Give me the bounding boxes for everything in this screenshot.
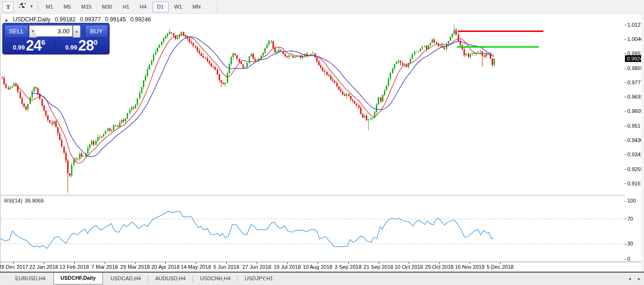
buy-price-display[interactable]: 0.99 28 0 <box>55 38 108 52</box>
timeframe-button-m15[interactable]: M15 <box>77 1 96 12</box>
tabs-scroll-right-icon[interactable]: ▸ <box>635 275 643 283</box>
timeframe-button-d1[interactable]: D1 <box>152 1 169 12</box>
time-axis-label: 29 Oct 2018 <box>425 264 453 270</box>
time-axis-label: 27 Jun 2018 <box>242 264 272 270</box>
rsi-tick <box>624 201 626 202</box>
sell-price-base: 0.99 <box>13 43 25 52</box>
chart-tab-usdjpy[interactable]: USDJPY,H1 <box>238 273 280 285</box>
ohlc-close: 0.99246 <box>131 16 151 23</box>
rsi-value: 39.9069 <box>25 198 44 204</box>
symbol-period-title: USDCHF,Daily <box>13 16 50 23</box>
price-tick <box>624 183 626 184</box>
rsi-indicator-canvas[interactable] <box>0 196 624 262</box>
price-tick <box>624 126 626 126</box>
price-tick <box>624 82 626 83</box>
collapse-panel-icon[interactable]: ▲ <box>4 18 9 22</box>
arrows-tool-icon[interactable] <box>16 1 29 11</box>
rsi-axis-label: 0 <box>627 256 630 262</box>
sell-price-point: 6 <box>41 39 45 46</box>
time-axis-label: 7 Mar 2018 <box>91 264 118 270</box>
rsi-tick <box>624 259 626 260</box>
ohlc-low: 0.99145 <box>105 16 126 23</box>
toolbar-separator <box>158 2 159 11</box>
time-axis-label: 3 Sep 2018 <box>334 264 361 270</box>
ohlc-open: 0.99182 <box>55 16 75 23</box>
time-axis-label: 16 Nov 2018 <box>455 264 484 270</box>
chart-window: ▲ USDCHF,Daily 0.99182 0.99377 0.99145 0… <box>0 13 644 273</box>
one-click-trade-panel: SELL ▼ ▲ BUY 0.99 24 6 0.99 28 0 <box>2 23 110 54</box>
volume-input[interactable] <box>36 25 72 37</box>
price-tick <box>624 68 626 69</box>
price-tick <box>624 169 626 170</box>
ohlc-high: 0.99377 <box>80 16 101 23</box>
buy-price-point: 0 <box>94 39 98 46</box>
top-toolbar: T ▼ M1M5M15M30H1H4D1W1MN <box>0 0 644 14</box>
time-axis[interactable]: 28 Dec 201722 Jan 201813 Feb 20187 Mar 2… <box>0 262 641 272</box>
rsi-name: RSI(14) <box>4 198 22 204</box>
price-tick <box>624 25 626 25</box>
time-axis-label: 19 Jul 2018 <box>273 264 301 270</box>
price-tick <box>624 39 626 40</box>
buy-price-base: 0.99 <box>65 43 77 52</box>
time-axis-label: 13 Feb 2018 <box>60 264 89 270</box>
sell-price-pips: 24 <box>26 39 41 52</box>
timeframe-button-h1[interactable]: H1 <box>118 1 134 12</box>
time-axis-label: 21 Sep 2018 <box>363 264 393 270</box>
chart-tab-bar: ◂ ▸ EURUSD,H4USDCHF,DailyUSDCAD,H4AUDUSD… <box>0 273 644 285</box>
window-right-gutter <box>641 14 644 272</box>
timeframe-button-m1[interactable]: M1 <box>41 1 58 12</box>
chart-title-bar: ▲ USDCHF,Daily 0.99182 0.99377 0.99145 0… <box>4 16 154 23</box>
terminal-window: T ▼ M1M5M15M30H1H4D1W1MN ▲ USDCHF,Daily … <box>0 0 644 285</box>
time-axis-label: 14 May 2018 <box>181 264 211 270</box>
time-axis-label: 29 Mar 2018 <box>121 264 150 270</box>
timeframe-button-mn[interactable]: MN <box>188 1 205 12</box>
time-axis-label: 28 Dec 2017 <box>0 264 28 270</box>
window-splitter[interactable] <box>0 195 641 197</box>
timeframe-button-m5[interactable]: M5 <box>59 1 75 12</box>
price-tick <box>624 53 626 54</box>
volume-increase-button[interactable]: ▲ <box>73 25 80 38</box>
price-tick <box>624 154 626 155</box>
timeframe-group: M1M5M15M30H1H4D1W1MN <box>41 1 206 12</box>
toolbar-grip[interactable] <box>37 2 39 11</box>
rsi-axis-label: 100 <box>627 198 636 204</box>
chart-tab-audusd[interactable]: AUDUSD,H4 <box>149 273 192 285</box>
arrows-glyph <box>18 1 27 9</box>
time-axis-label: 20 Apr 2018 <box>151 264 180 270</box>
rsi-axis-label: 30 <box>627 241 633 246</box>
chart-tab-eurusd[interactable]: EURUSD,H4 <box>9 273 52 285</box>
buy-button[interactable]: BUY <box>85 25 108 38</box>
chart-tab-usdchf[interactable]: USDCHF,Daily <box>53 273 103 285</box>
chart-tab-usdcnh[interactable]: USDCNH,H4 <box>193 273 237 285</box>
arrows-dropdown-caret[interactable]: ▼ <box>29 1 34 11</box>
price-tick <box>624 111 626 112</box>
time-axis-label: 5 Jun 2018 <box>213 264 239 270</box>
tab-separator <box>237 275 238 282</box>
tabs-scroll-left-icon[interactable]: ◂ <box>626 275 634 283</box>
rsi-indicator-label: RSI(14)39.9069 <box>4 198 46 204</box>
timeframe-button-m30[interactable]: M30 <box>97 1 117 12</box>
price-tick <box>624 140 626 141</box>
time-axis-label: 10 Oct 2018 <box>394 264 423 270</box>
tab-separator <box>192 275 193 282</box>
sell-button[interactable]: SELL <box>4 25 29 38</box>
rsi-axis-label: 70 <box>627 216 633 222</box>
tab-separator <box>148 275 148 282</box>
chart-tab-usdcad[interactable]: USDCAD,H4 <box>104 273 148 285</box>
timeframe-button-h4[interactable]: H4 <box>135 1 151 12</box>
timeframe-button-w1[interactable]: W1 <box>170 1 187 12</box>
time-axis-label: 10 Aug 2018 <box>303 264 332 270</box>
rsi-tick <box>624 244 626 244</box>
sell-price-display[interactable]: 0.99 24 6 <box>4 38 55 52</box>
buy-price-pips: 28 <box>78 39 93 52</box>
toolbar-separator <box>217 2 217 11</box>
rsi-tick <box>624 219 626 219</box>
price-tick <box>624 97 626 97</box>
time-axis-label: 22 Jan 2018 <box>30 264 59 270</box>
time-axis-label: 5 Dec 2018 <box>487 264 513 270</box>
text-label-tool-icon[interactable]: T <box>2 1 14 12</box>
